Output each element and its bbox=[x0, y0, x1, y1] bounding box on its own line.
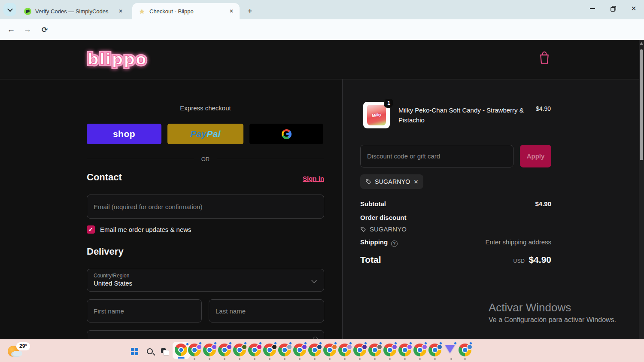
paypal-button[interactable]: PayPal bbox=[167, 124, 243, 144]
page-scrollbar[interactable] bbox=[639, 40, 644, 339]
screen: Verify Codes — SimplyCodes Checkout - Bl… bbox=[0, 0, 644, 362]
shipping-label: Shipping bbox=[360, 238, 398, 247]
taskbar-chrome-icon[interactable] bbox=[338, 344, 351, 356]
restore-icon bbox=[611, 6, 616, 12]
active-window-indicator bbox=[178, 357, 185, 359]
first-name-field[interactable] bbox=[87, 299, 202, 322]
temperature-label: 29° bbox=[16, 342, 30, 350]
newsletter-row: Email me order updates & news bbox=[87, 225, 191, 234]
country-select[interactable]: Country/Region United States bbox=[87, 269, 324, 292]
close-tab-icon[interactable] bbox=[228, 7, 235, 15]
notification-dot bbox=[274, 342, 277, 345]
running-indicator bbox=[254, 358, 255, 360]
new-tab-button[interactable] bbox=[244, 5, 256, 17]
country-value: United States bbox=[94, 280, 317, 287]
search-icon bbox=[147, 348, 153, 354]
scroll-up-arrow[interactable] bbox=[640, 42, 643, 45]
taskbar-chrome-icon[interactable] bbox=[353, 344, 366, 356]
running-indicator bbox=[269, 358, 270, 360]
running-indicator bbox=[374, 358, 376, 360]
profile-badge bbox=[316, 344, 322, 350]
shipping-row: Shipping Enter shipping address bbox=[360, 238, 551, 247]
taskbar-chrome-active[interactable] bbox=[173, 342, 190, 359]
notification-dot bbox=[199, 342, 202, 345]
notification-dot bbox=[379, 342, 382, 345]
discount-code-input[interactable] bbox=[360, 145, 513, 167]
newsletter-checkbox[interactable] bbox=[87, 225, 95, 234]
weather-widget[interactable]: 29° bbox=[7, 342, 29, 360]
taskbar-chrome-icon[interactable] bbox=[323, 344, 336, 356]
notification-dot bbox=[439, 342, 442, 345]
taskbar-chrome-icon[interactable] bbox=[203, 344, 216, 356]
candy-bag-image: Milky bbox=[367, 105, 386, 125]
quantity-badge: 1 bbox=[384, 98, 394, 108]
taskbar-triangle-app[interactable] bbox=[445, 344, 456, 356]
taskbar-chrome-icon[interactable] bbox=[278, 344, 291, 356]
browser-toolbar: blippo.com/checkouts/cn/hWN7UJ7zWzNfAj8Y… bbox=[0, 19, 644, 40]
forward-button[interactable] bbox=[21, 24, 33, 36]
express-checkout-title: Express checkout bbox=[87, 104, 324, 112]
taskbar-chrome-icon[interactable] bbox=[233, 344, 246, 356]
notification-dot bbox=[289, 342, 292, 345]
chevron-down-icon bbox=[7, 6, 13, 12]
taskbar: 29° bbox=[0, 339, 644, 362]
minimize-button[interactable] bbox=[582, 0, 603, 17]
running-indicator bbox=[434, 358, 436, 360]
taskbar-chrome-icon[interactable] bbox=[368, 344, 381, 356]
taskbar-chrome-icon[interactable] bbox=[413, 344, 426, 356]
cart-bag-icon[interactable] bbox=[538, 49, 553, 67]
taskbar-chrome-icon[interactable] bbox=[218, 344, 231, 356]
taskbar-chrome-icon[interactable] bbox=[428, 344, 441, 356]
tab-search-button[interactable] bbox=[3, 3, 16, 16]
remove-discount-icon[interactable] bbox=[414, 179, 419, 185]
shop-pay-button[interactable]: shop bbox=[87, 124, 161, 144]
email-field[interactable] bbox=[87, 195, 324, 219]
notification-dot bbox=[259, 342, 262, 345]
task-view-button[interactable] bbox=[157, 344, 172, 359]
apply-button[interactable]: Apply bbox=[520, 145, 551, 167]
profile-badge bbox=[256, 344, 262, 350]
taskbar-chrome-icon[interactable] bbox=[398, 344, 411, 356]
profile-badge bbox=[392, 344, 398, 350]
back-button[interactable] bbox=[5, 24, 17, 36]
product-title: Milky Peko-Chan Soft Candy - Strawberry … bbox=[398, 105, 532, 125]
close-tab-icon[interactable] bbox=[117, 7, 125, 15]
google-pay-button[interactable] bbox=[249, 124, 323, 144]
taskbar-chrome-icon[interactable] bbox=[308, 344, 321, 356]
taskbar-search-button[interactable] bbox=[143, 344, 157, 359]
scrollbar-thumb[interactable] bbox=[640, 49, 643, 160]
running-indicator bbox=[299, 358, 301, 360]
sign-in-link[interactable]: Sign in bbox=[238, 175, 324, 182]
notification-dot bbox=[469, 342, 472, 345]
last-name-field[interactable] bbox=[209, 299, 324, 322]
taskbar-chrome-icon[interactable] bbox=[188, 344, 201, 356]
taskbar-chrome-icon[interactable] bbox=[459, 344, 471, 356]
subtotal-value: $4.90 bbox=[535, 200, 551, 207]
running-indicator bbox=[464, 358, 466, 360]
profile-badge bbox=[361, 344, 368, 350]
notification-dot bbox=[394, 342, 397, 345]
start-button[interactable] bbox=[127, 344, 142, 359]
browser-tab-strip: Verify Codes — SimplyCodes Checkout - Bl… bbox=[0, 0, 644, 19]
notification-dot bbox=[334, 342, 337, 345]
notification-dot bbox=[364, 342, 367, 345]
profile-badge bbox=[301, 344, 307, 350]
blippo-logo[interactable]: blippo bbox=[88, 50, 147, 68]
close-button[interactable] bbox=[623, 0, 644, 17]
notification-dot bbox=[319, 342, 322, 345]
profile-badge bbox=[271, 344, 277, 350]
taskbar-chrome-icon[interactable] bbox=[383, 344, 396, 356]
taskbar-chrome-icon[interactable] bbox=[293, 344, 306, 356]
tab-checkout-blippo[interactable]: Checkout - Blippo bbox=[132, 3, 240, 19]
taskbar-chrome-icon[interactable] bbox=[263, 344, 276, 356]
taskbar-chrome-icon[interactable] bbox=[248, 344, 261, 356]
minimize-icon bbox=[590, 8, 595, 9]
maximize-button[interactable] bbox=[603, 0, 623, 17]
or-label: OR bbox=[201, 156, 210, 162]
notification-dot bbox=[304, 342, 307, 345]
profile-badge bbox=[331, 344, 337, 350]
or-divider: OR bbox=[87, 156, 324, 162]
reload-button[interactable] bbox=[39, 24, 51, 36]
help-icon[interactable] bbox=[391, 240, 398, 247]
tab-simplycodes[interactable]: Verify Codes — SimplyCodes bbox=[18, 3, 129, 19]
